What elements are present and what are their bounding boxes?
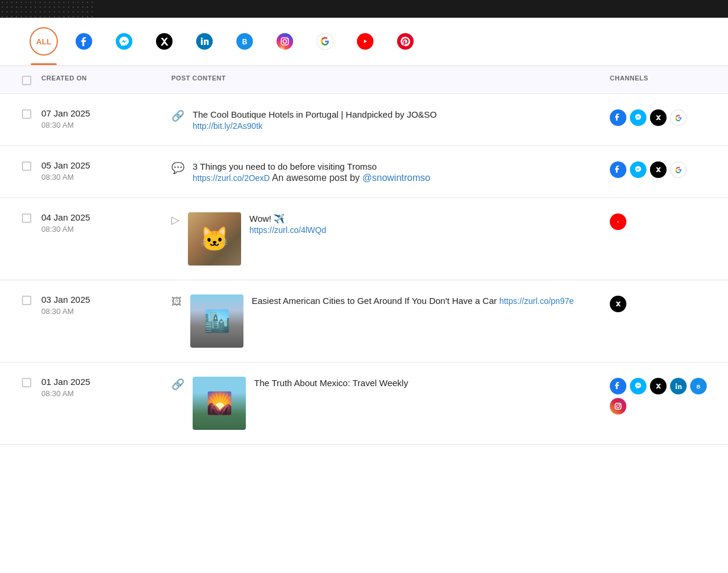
posts-table: CREATED ON POST CONTENT CHANNELS 07 Jan … xyxy=(0,66,728,445)
channel-twitter-icon xyxy=(650,161,667,178)
channel-facebook-icon xyxy=(610,378,626,394)
svg-point-19 xyxy=(617,405,620,408)
channel-twitter-icon xyxy=(610,296,626,312)
image-icon: 🖼 xyxy=(171,296,182,308)
post-content-header: POST CONTENT xyxy=(171,75,610,85)
channels-cell xyxy=(610,294,716,312)
row-checkbox-cell xyxy=(12,377,41,387)
filter-all-button[interactable]: ALL xyxy=(30,27,58,56)
row-checkbox[interactable] xyxy=(22,378,31,387)
channel-linkedin-icon xyxy=(670,378,687,394)
svg-rect-4 xyxy=(201,40,203,45)
row-checkbox-cell xyxy=(12,294,41,305)
channels-cell xyxy=(610,212,716,230)
content-cell: ▷ Wow! ✈️ https://zurl.co/4lWQd xyxy=(171,212,610,266)
post-extra-text: An awesome post by xyxy=(272,173,362,183)
select-all-checkbox[interactable] xyxy=(22,76,31,85)
svg-point-16 xyxy=(675,383,677,385)
channel-twitter-icon xyxy=(650,378,667,394)
filter-pinterest-button[interactable] xyxy=(391,27,420,56)
post-body: https://zurl.co/2OexD An awesome post by… xyxy=(193,173,610,183)
header-checkbox-cell xyxy=(12,75,41,85)
post-thumbnail xyxy=(193,377,246,430)
post-title: Easiest American Cities to Get Around If… xyxy=(252,294,574,307)
content-cell: 🔗 The Cool Boutique Hotels in Portugal |… xyxy=(171,108,610,131)
date-cell: 05 Jan 2025 08:30 AM xyxy=(41,160,171,182)
date-cell: 07 Jan 2025 08:30 AM xyxy=(41,108,171,130)
channel-facebook-icon xyxy=(610,109,626,126)
filter-messenger-button[interactable] xyxy=(110,27,138,56)
time-value: 08:30 AM xyxy=(41,173,171,182)
svg-text:B: B xyxy=(697,384,701,390)
link-icon: 🔗 xyxy=(171,378,184,391)
content-text: 3 Things you need to do before visiting … xyxy=(193,160,610,183)
filter-bar: ALL B xyxy=(0,18,728,66)
date-cell: 03 Jan 2025 08:30 AM xyxy=(41,294,171,316)
content-with-image: Easiest American Cities to Get Around If… xyxy=(190,294,574,348)
table-row: 01 Jan 2025 08:30 AM 🔗 The Truth About M… xyxy=(0,362,728,445)
channel-messenger-icon xyxy=(630,161,646,178)
svg-point-5 xyxy=(201,38,203,40)
content-text: The Cool Boutique Hotels in Portugal | H… xyxy=(193,108,610,131)
content-cell: 🔗 The Truth About Mexico: Travel Weekly xyxy=(171,377,610,430)
date-cell: 01 Jan 2025 08:30 AM xyxy=(41,377,171,398)
content-text: Easiest American Cities to Get Around If… xyxy=(252,294,574,307)
filter-linkedin-button[interactable] xyxy=(190,27,219,56)
post-title: 3 Things you need to do before visiting … xyxy=(193,160,610,173)
svg-point-14 xyxy=(397,33,414,50)
post-title: The Truth About Mexico: Travel Weekly xyxy=(254,377,408,389)
content-with-image: The Truth About Mexico: Travel Weekly xyxy=(193,377,408,430)
row-checkbox-cell xyxy=(12,212,41,223)
channels-cell xyxy=(610,108,716,126)
post-thumbnail xyxy=(188,212,241,266)
post-link[interactable]: https://zurl.co/4lWQd xyxy=(249,225,326,235)
top-bar xyxy=(0,0,728,18)
channel-google-icon xyxy=(670,109,687,126)
channels-cell: B xyxy=(610,377,716,415)
time-value: 08:30 AM xyxy=(41,121,171,130)
post-link[interactable]: http://bit.ly/2As90tk xyxy=(193,121,262,131)
svg-point-11 xyxy=(287,38,288,40)
post-mention: @snowintromso xyxy=(362,173,430,183)
row-checkbox[interactable] xyxy=(22,109,31,119)
channel-buffer-icon: B xyxy=(690,378,707,394)
channel-twitter-icon xyxy=(650,109,667,126)
channel-youtube-icon xyxy=(610,213,626,230)
svg-text:B: B xyxy=(242,38,248,46)
filter-google-button[interactable] xyxy=(311,27,339,56)
content-text: Wow! ✈️ https://zurl.co/4lWQd xyxy=(249,212,326,235)
filter-instagram-button[interactable] xyxy=(271,27,299,56)
row-checkbox[interactable] xyxy=(22,161,31,171)
filter-twitter-button[interactable] xyxy=(150,27,178,56)
table-header: CREATED ON POST CONTENT CHANNELS xyxy=(0,66,728,94)
post-title: Wow! ✈️ xyxy=(249,212,326,225)
filter-youtube-button[interactable] xyxy=(351,27,379,56)
post-link[interactable]: https://zurl.co/pn97e xyxy=(499,296,574,306)
link-icon: 🔗 xyxy=(171,109,184,122)
post-link[interactable]: https://zurl.co/2OexD xyxy=(193,173,270,183)
date-value: 03 Jan 2025 xyxy=(41,294,171,305)
channels-header: CHANNELS xyxy=(610,75,716,85)
channel-instagram-icon xyxy=(610,398,626,415)
date-cell: 04 Jan 2025 08:30 AM xyxy=(41,212,171,234)
time-value: 08:30 AM xyxy=(41,225,171,234)
post-thumbnail xyxy=(190,294,243,348)
filter-all-label: ALL xyxy=(36,37,51,46)
row-checkbox-cell xyxy=(12,160,41,171)
time-value: 08:30 AM xyxy=(41,307,171,316)
row-checkbox-cell xyxy=(12,108,41,119)
filter-facebook-button[interactable] xyxy=(70,27,98,56)
row-checkbox[interactable] xyxy=(22,296,31,305)
channels-cell xyxy=(610,160,716,178)
filter-buffer-button[interactable]: B xyxy=(230,27,259,56)
svg-rect-15 xyxy=(675,385,677,389)
top-bar-decoration xyxy=(0,0,95,18)
content-with-image: Wow! ✈️ https://zurl.co/4lWQd xyxy=(188,212,326,266)
table-row: 07 Jan 2025 08:30 AM 🔗 The Cool Boutique… xyxy=(0,94,728,146)
channel-messenger-icon xyxy=(630,378,646,394)
row-checkbox[interactable] xyxy=(22,213,31,223)
date-value: 01 Jan 2025 xyxy=(41,377,171,387)
comment-icon: 💬 xyxy=(171,161,184,174)
svg-point-20 xyxy=(619,404,620,405)
date-value: 05 Jan 2025 xyxy=(41,160,171,170)
